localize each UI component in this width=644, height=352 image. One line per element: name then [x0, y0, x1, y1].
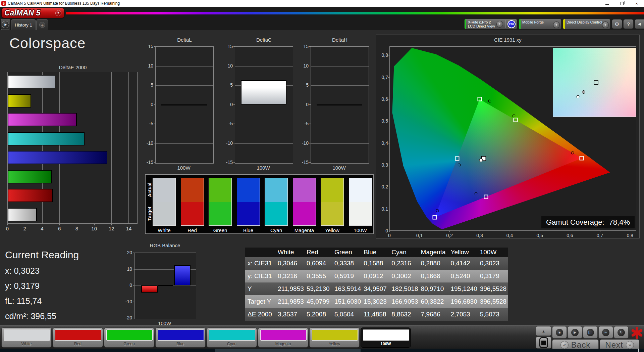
meter-dropdown-icon[interactable]: ▼: [496, 21, 503, 28]
swatch-label: Magenta: [294, 227, 314, 233]
sidebar-toggle-button[interactable]: ▶: [1, 19, 10, 30]
display-control-dropdown-icon[interactable]: ▼: [602, 21, 609, 28]
add-tab-button[interactable]: +: [36, 19, 48, 30]
tick: [389, 231, 390, 232]
table-cell: 211,9853: [276, 282, 305, 295]
cie-y-tick-label: 0,7: [377, 75, 388, 80]
play-button[interactable]: ▶: [568, 326, 582, 339]
restore-button[interactable]: [614, 0, 629, 7]
gridline: [235, 66, 293, 67]
source-dropdown-icon[interactable]: ▼: [553, 21, 560, 28]
pattern-button-green[interactable]: Green: [104, 327, 154, 348]
cie-x-tick-label: 0,4: [506, 233, 513, 238]
table-cell: 8,8632: [390, 308, 419, 321]
calman-logo-menu[interactable]: CalMAN 5 ▼: [1, 8, 64, 18]
measured-marker-white: [479, 158, 483, 162]
display-control-selector[interactable]: Direct Display Control ▼: [563, 19, 610, 29]
tick: [154, 162, 155, 163]
close-button[interactable]: ×: [629, 0, 644, 7]
table-cell: 182,5018: [390, 282, 419, 295]
pattern-button-white[interactable]: White: [1, 327, 52, 348]
window-title: CalMAN 5 CalMAN Ultimate for Business 13…: [8, 1, 120, 6]
swatch-actual: [153, 178, 175, 202]
tick: [42, 224, 42, 225]
refresh-button[interactable]: ↻: [614, 326, 629, 339]
pattern-button-red[interactable]: Red: [53, 327, 103, 348]
pattern-button-cyan[interactable]: Cyan: [207, 327, 257, 348]
table-cell: 151,6030: [333, 295, 362, 308]
deltae-bar-red: [8, 189, 53, 202]
deltae-bar-blue: [8, 151, 107, 164]
help-button[interactable]: ?: [623, 19, 634, 29]
x-tick-label: 2: [23, 226, 26, 231]
bar-blue: [174, 265, 191, 285]
swatch-blue: [237, 178, 260, 226]
table-cell: 5,5073: [479, 308, 508, 321]
stop-button[interactable]: ■: [552, 326, 567, 339]
gridline: [311, 66, 369, 67]
bar-red: [141, 285, 158, 293]
collapse-panel-button[interactable]: ◀: [635, 19, 644, 29]
current-reading-x: x: 0,3023: [5, 266, 40, 276]
title-bar: 5 CalMAN 5 CalMAN Ultimate for Business …: [0, 0, 644, 7]
pattern-button-magenta[interactable]: Magenta: [258, 327, 308, 348]
cie-x-tick-label: 0,7: [597, 233, 603, 238]
y-tick-label: 0: [121, 282, 132, 288]
zero-bar-100w: [161, 104, 207, 105]
y-tick-label: 0: [221, 102, 233, 107]
continuous-icon: ∞: [602, 329, 609, 336]
pattern-button-yellow[interactable]: Yellow: [309, 327, 360, 348]
red-asterisk-icon[interactable]: [630, 324, 644, 341]
gridline: [156, 85, 213, 86]
source-selector[interactable]: Mobile Forge ▼: [519, 19, 561, 29]
pattern-window-button[interactable]: [536, 337, 551, 349]
y-tick-label: 10: [142, 63, 153, 69]
meter-selector[interactable]: X-Rite i1Pro 2LCD Direct View ▼ 220: [464, 19, 517, 29]
read-series-button[interactable]: [‥]: [583, 326, 598, 339]
deltae-bar-100w: [8, 75, 55, 88]
next-label: Next: [605, 340, 623, 350]
loop-icon: [‥]: [587, 329, 594, 336]
tick: [233, 85, 235, 85]
y-tick-label: 10: [221, 63, 233, 69]
swatch-yellow: [321, 178, 344, 226]
settings-button[interactable]: ⚙: [612, 19, 622, 29]
tick: [133, 269, 134, 269]
divider: [505, 20, 505, 28]
pattern-window-up-button[interactable]: ▲: [536, 326, 551, 336]
play-arrow-icon: ▶: [2, 21, 9, 28]
target-marker-cyan: [455, 156, 460, 161]
table-cell: 80,9710: [420, 282, 449, 295]
source-label: Mobile Forge: [522, 20, 544, 24]
x-tick-label: 14: [126, 226, 132, 231]
gridline: [311, 143, 369, 144]
deltal-chart: [155, 46, 214, 164]
meter-count-badge[interactable]: 220: [507, 20, 516, 28]
tab-history-1[interactable]: History 1: [11, 19, 36, 30]
minimize-button[interactable]: [600, 0, 614, 7]
table-row: x: CIE310,30460,60940,33380,15880,23160,…: [245, 257, 508, 270]
rgb-balance-chart: [134, 253, 196, 319]
tick: [133, 253, 134, 253]
collapse-icon: ◀: [638, 22, 641, 26]
y-tick-label: 0: [142, 102, 153, 107]
swatch-actual: [209, 178, 231, 202]
table-cell: 0,1668: [420, 270, 449, 282]
tick: [309, 66, 311, 66]
tick: [111, 224, 112, 225]
table-cell: 196,6830: [449, 295, 478, 308]
table-cell: 0,0912: [362, 270, 390, 282]
cie-y-tick-label: 0,2: [377, 184, 388, 189]
rgb-balance-title: RGB Balance: [150, 243, 180, 248]
pattern-button-100w[interactable]: 100W: [361, 327, 411, 348]
swatch-label: Cyan: [270, 227, 282, 233]
table-cell: 211,9853: [276, 295, 305, 308]
pattern-button-blue[interactable]: Blue: [155, 327, 206, 348]
tick: [233, 66, 235, 66]
tick: [309, 104, 311, 105]
continuous-read-button[interactable]: ∞: [598, 326, 613, 339]
gamut-coverage-label: Gamut Coverage:: [546, 218, 604, 227]
table-cell: 60,3822: [420, 295, 449, 308]
tick: [388, 99, 389, 99]
table-cell: 11,4858: [362, 308, 390, 321]
